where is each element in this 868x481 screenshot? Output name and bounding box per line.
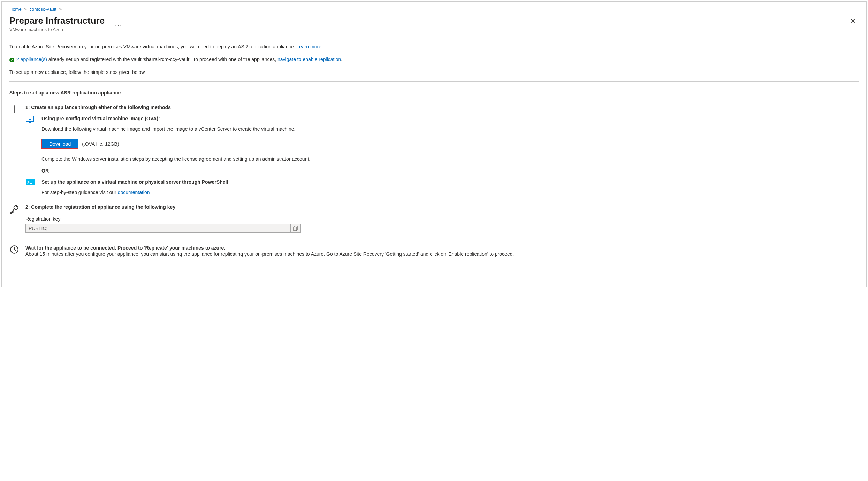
clock-icon	[10, 245, 19, 254]
navigate-replication-link[interactable]: navigate to enable replication	[277, 56, 341, 62]
page-subtitle: VMware machines to Azure	[9, 27, 105, 32]
status-mid: already set up and registered with the v…	[47, 56, 277, 62]
wait-title: Wait for the appliance to be connected. …	[25, 245, 859, 251]
registration-key-row	[25, 224, 301, 233]
status-line: ✓ 2 appliance(s) already set up and regi…	[9, 56, 859, 62]
or-label: OR	[41, 168, 859, 174]
download-button[interactable]: Download	[41, 139, 78, 149]
appliance-count-link[interactable]: 2 appliance(s)	[16, 56, 47, 62]
svg-rect-4	[26, 179, 35, 185]
step-2: 2: Complete the registration of applianc…	[9, 204, 859, 233]
key-icon	[9, 204, 19, 214]
intro-body: To enable Azure Site Recovery on your on…	[9, 44, 295, 49]
svg-point-6	[14, 206, 18, 210]
status-period: .	[341, 56, 342, 62]
divider	[9, 81, 859, 82]
more-menu-icon[interactable]: ···	[115, 22, 122, 29]
svg-rect-3	[29, 122, 31, 123]
page-title: Prepare Infrastructure	[9, 15, 105, 26]
breadcrumb-sep: >	[59, 7, 62, 12]
method-powershell: Set up the appliance on a virtual machin…	[25, 179, 859, 195]
terminal-icon	[26, 179, 35, 185]
monitor-download-icon	[26, 116, 35, 124]
svg-point-7	[16, 206, 17, 207]
breadcrumb-vault[interactable]: contoso-vault	[30, 7, 56, 12]
step-2-title: 2: Complete the registration of applianc…	[25, 204, 859, 210]
step-1: 1: Create an appliance through either of…	[9, 105, 859, 195]
title-block: Prepare Infrastructure VMware machines t…	[9, 15, 105, 32]
breadcrumb-home[interactable]: Home	[9, 7, 22, 12]
wait-block: Wait for the appliance to be connected. …	[9, 245, 859, 257]
method-ps-title: Set up the appliance on a virtual machin…	[41, 179, 859, 185]
registration-key-label: Registration key	[25, 216, 859, 222]
registration-key-input[interactable]	[25, 224, 290, 233]
download-row: Download (.OVA file, 12GB)	[41, 139, 859, 149]
method-ova-desc: Download the following virtual machine i…	[41, 126, 859, 132]
status-text: 2 appliance(s) already set up and regist…	[16, 56, 342, 62]
svg-rect-9	[294, 227, 297, 231]
setup-note: To set up a new appliance, follow the si…	[9, 69, 859, 75]
intro-text: To enable Azure Site Recovery on your on…	[9, 44, 859, 49]
header-row: Prepare Infrastructure VMware machines t…	[9, 15, 859, 32]
copy-button[interactable]	[290, 224, 301, 233]
breadcrumb-sep: >	[24, 7, 27, 12]
steps-heading: Steps to set up a new ASR replication ap…	[9, 90, 859, 96]
method-ps-prefix: For step-by-step guidance visit our	[41, 190, 118, 195]
step-1-title: 1: Create an appliance through either of…	[25, 105, 859, 110]
wait-desc: About 15 minutes after you configure you…	[25, 251, 859, 257]
copy-icon	[293, 226, 298, 231]
method-ova-title: Using pre-configured virtual machine ima…	[41, 116, 859, 121]
method-ps-desc: For step-by-step guidance visit our docu…	[41, 190, 859, 195]
divider	[9, 239, 859, 239]
method-ova: Using pre-configured virtual machine ima…	[25, 116, 859, 162]
success-icon: ✓	[9, 58, 14, 62]
documentation-link[interactable]: documentation	[118, 190, 150, 195]
plus-icon	[10, 105, 19, 114]
close-icon[interactable]: ✕	[847, 15, 859, 26]
method-ova-after: Complete the Windows server installation…	[41, 156, 859, 162]
breadcrumb: Home > contoso-vault >	[9, 7, 859, 12]
learn-more-link[interactable]: Learn more	[296, 44, 321, 49]
page-container: Home > contoso-vault > Prepare Infrastru…	[1, 1, 867, 287]
download-file-note: (.OVA file, 12GB)	[82, 141, 119, 147]
